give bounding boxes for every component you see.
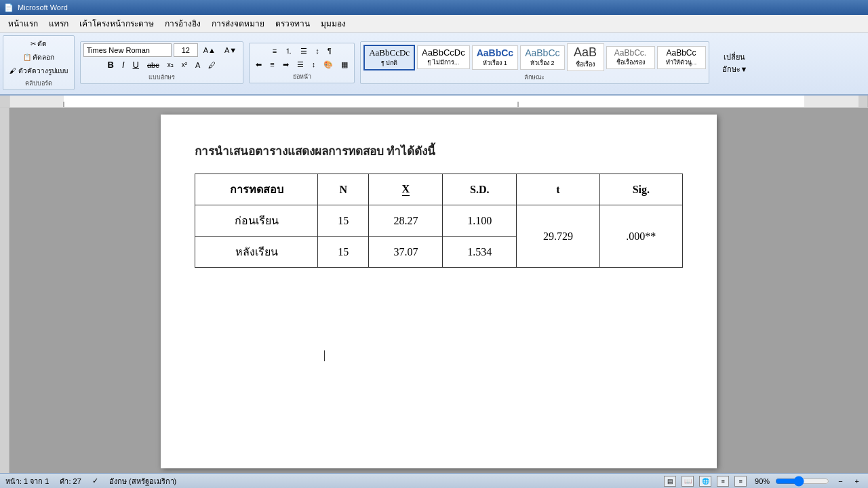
underline-button[interactable]: U — [130, 58, 142, 71]
menu-view[interactable]: มุมมอง — [315, 15, 351, 32]
ruler-svg — [9, 96, 859, 107]
font-color-button[interactable]: A — [192, 60, 203, 70]
draft-view-button[interactable]: ≡ — [734, 476, 747, 487]
zoom-in-button[interactable]: + — [852, 476, 863, 487]
menu-bar: หน้าแรก แทรก เค้าโครงหน้ากระดาษ การอ้างอ… — [0, 15, 868, 33]
zoom-slider[interactable] — [775, 476, 829, 486]
table-row: ก่อนเรียน 15 28.27 1.100 29.729 .000** — [195, 205, 683, 237]
col-header-t: t — [517, 174, 599, 205]
print-layout-button[interactable]: ▤ — [664, 476, 676, 487]
page-info: หน้า: 1 จาก 1 — [5, 475, 49, 487]
document-title: การนำเสนอตารางแสดงผลการทดสอบ ทำได้ดังนี้ — [195, 142, 683, 160]
line-spacing-button[interactable]: ↕ — [309, 59, 319, 70]
language-info: อังกษ (สหรัฐอเมริกา) — [109, 475, 176, 487]
justify-button[interactable]: ☰ — [294, 59, 307, 70]
superscript-button[interactable]: x² — [178, 60, 191, 70]
align-left-button[interactable]: ⬅ — [252, 59, 265, 70]
status-bar: หน้า: 1 จาก 1 คำ: 27 ✓ อังกษ (สหรัฐอเมริ… — [0, 473, 868, 488]
row2-x: 37.07 — [369, 237, 443, 268]
menu-mailings[interactable]: การส่งจดหมาย — [206, 15, 270, 32]
outline-button[interactable]: ☰ — [297, 45, 311, 58]
highlight-button[interactable]: 🖊 — [205, 60, 219, 70]
col-header-n: N — [318, 174, 369, 205]
merged-t-cell: 29.729 — [517, 205, 599, 268]
bold-button[interactable]: B — [104, 58, 117, 71]
style-normal[interactable]: AaBbCcDc ¶ ปกติ — [363, 45, 415, 70]
shading-button[interactable]: 🎨 — [320, 59, 336, 70]
grow-font-button[interactable]: A▲ — [200, 45, 219, 56]
change-styles-group: เปลี่ยนอักษะ▼ — [715, 46, 755, 80]
cursor-area: | — [323, 349, 683, 361]
font-selector-input[interactable]: Times New Roman — [83, 43, 172, 57]
xbar-symbol: X — [402, 183, 410, 197]
format-painter-button[interactable]: 🖌 ตัวคัดวางรูปแบบ — [6, 64, 71, 77]
pilcrow-button[interactable]: ¶ — [324, 45, 335, 58]
document-page[interactable]: การนำเสนอตารางแสดงผลการทดสอบ ทำได้ดังนี้… — [161, 115, 717, 468]
spell-check-icon: ✓ — [92, 476, 98, 485]
row2-n: 15 — [318, 237, 369, 268]
col-header-sig: Sig. — [599, 174, 682, 205]
ribbon: ✂ ตัด 📋 คัดลอก 🖌 ตัวคัดวางรูปแบบ คลิปบอร… — [0, 33, 868, 96]
web-layout-button[interactable]: 🌐 — [699, 476, 711, 487]
copy-button[interactable]: 📋 คัดลอก — [6, 51, 71, 64]
sort-button[interactable]: ↕ — [312, 45, 323, 58]
menu-home[interactable]: หน้าแรก — [3, 15, 43, 32]
row1-sd: 1.100 — [443, 205, 517, 237]
align-center-button[interactable]: ≡ — [267, 59, 277, 70]
style-emphasis[interactable]: AaBbCc ทำให้ตัวนู... — [657, 46, 706, 69]
row1-n: 15 — [318, 205, 369, 237]
outline-view-button[interactable]: ≡ — [717, 476, 729, 487]
change-styles-button[interactable]: เปลี่ยนอักษะ▼ — [717, 47, 753, 79]
style-subtitle[interactable]: AaBbCc. ชื่อเรื่องรอง — [606, 46, 655, 69]
word-count: คำ: 27 — [60, 475, 81, 487]
menu-review[interactable]: ตรวจทาน — [270, 15, 315, 32]
row2-label: หลังเรียน — [195, 237, 318, 268]
ruler — [0, 96, 868, 108]
style-heading1[interactable]: AaBbCc หัวเรื่อง 1 — [472, 45, 518, 70]
status-bar-right: ▤ 📖 🌐 ≡ ≡ 90% − + — [664, 476, 863, 487]
font-size-input[interactable]: 12 — [174, 43, 198, 57]
ruler-left-margin — [0, 96, 9, 107]
styles-label: ลักษณะ — [524, 73, 545, 82]
style-title[interactable]: AaB ชื่อเรื่อง — [567, 43, 604, 71]
numbering-button[interactable]: ⒈ — [281, 45, 296, 58]
app-icon: 📄 — [4, 3, 14, 12]
document-area[interactable]: การนำเสนอตารางแสดงผลการทดสอบ ทำได้ดังนี้… — [9, 108, 868, 475]
col-header-test: การทดสอบ — [195, 174, 318, 205]
shrink-font-button[interactable]: A▼ — [221, 45, 240, 56]
styles-group: AaBbCcDc ¶ ปกติ AaBbCcDc ¶ ไม่มีการ... A… — [360, 41, 709, 84]
cursor-indicator: | — [323, 349, 326, 361]
paragraph-group: ≡ ⒈ ☰ ↕ ¶ ⬅ ≡ ➡ ☰ ↕ 🎨 ▦ ย่อหน้า — [249, 43, 355, 83]
italic-button[interactable]: I — [119, 58, 128, 71]
zoom-out-button[interactable]: − — [835, 476, 846, 487]
data-table: การทดสอบ N X S.D. t Sig. — [195, 174, 683, 268]
title-bar: 📄 Microsoft Word — [0, 0, 868, 15]
menu-layout[interactable]: เค้าโครงหน้ากระดาษ — [74, 15, 159, 32]
cut-button[interactable]: ✂ ตัด — [6, 37, 71, 50]
clipboard-label: คลิปบอร์ด — [25, 79, 52, 88]
row1-x: 28.27 — [369, 205, 443, 237]
main-area: การนำเสนอตารางแสดงผลการทดสอบ ทำได้ดังนี้… — [0, 108, 868, 475]
font-group: Times New Roman 12 A▲ A▼ B I U abc x₂ x²… — [80, 41, 243, 84]
bullets-button[interactable]: ≡ — [269, 45, 280, 58]
subscript-button[interactable]: x₂ — [164, 60, 177, 70]
style-no-spacing[interactable]: AaBbCcDc ¶ ไม่มีการ... — [417, 45, 470, 69]
title-bar-text: Microsoft Word — [18, 3, 68, 12]
ruler-main[interactable] — [9, 96, 859, 107]
menu-references[interactable]: การอ้างอิง — [159, 15, 206, 32]
paragraph-label: ย่อหน้า — [293, 72, 311, 81]
row1-label: ก่อนเรียน — [195, 205, 318, 237]
menu-insert[interactable]: แทรก — [43, 15, 74, 32]
table-header-row: การทดสอบ N X S.D. t Sig. — [195, 174, 683, 205]
row2-sd: 1.534 — [443, 237, 517, 268]
strikethrough-button[interactable]: abc — [144, 60, 163, 70]
align-right-button[interactable]: ➡ — [279, 59, 292, 70]
ruler-right-margin — [859, 96, 868, 107]
style-heading2[interactable]: AaBbCc หัวเรื่อง 2 — [520, 45, 564, 70]
full-reading-button[interactable]: 📖 — [682, 476, 694, 487]
col-header-x: X — [369, 174, 443, 205]
font-label: แบบอักษร — [149, 73, 175, 82]
merged-sig-cell: .000** — [599, 205, 682, 268]
border-button[interactable]: ▦ — [338, 59, 351, 70]
left-panel — [0, 108, 9, 475]
